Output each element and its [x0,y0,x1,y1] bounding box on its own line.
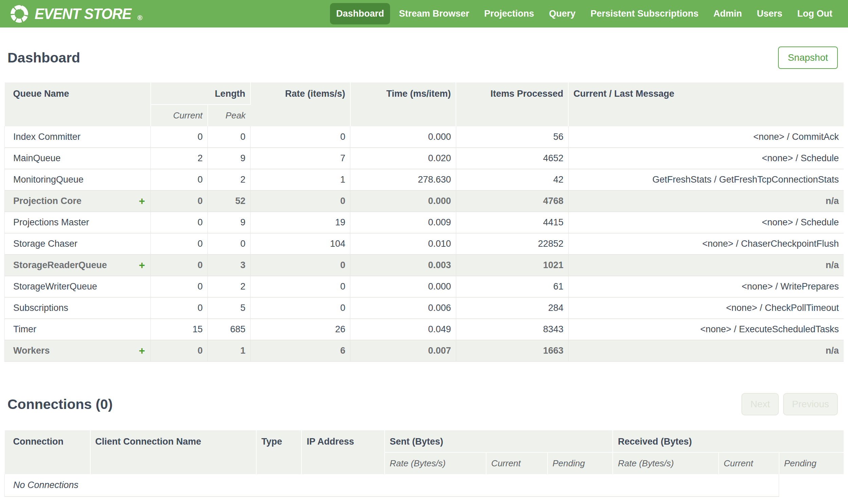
rate-cell: 19 [251,212,350,233]
queue-group-row: Workers+ 0 1 6 0.007 1663 n/a [5,340,844,361]
message-cell: n/a [568,254,844,276]
time-cell: 0.000 [350,191,456,212]
rate-cell: 1 [251,169,350,191]
items-cell: 4768 [456,191,568,212]
col-ip-address: IP Address [302,430,385,474]
items-cell: 1021 [456,254,568,276]
time-cell: 0.000 [350,126,456,148]
queue-row: Timer 15 685 26 0.049 8343 <none> / Exec… [5,319,844,340]
brand[interactable]: EVENT STORE ® [10,2,142,26]
current-cell: 15 [151,319,208,340]
rate-cell: 104 [251,233,350,254]
time-cell: 0.020 [350,148,456,169]
message-cell: n/a [568,340,844,361]
col-sent-bytes: Sent (Bytes) [385,430,613,452]
nav-item-stream-browser[interactable]: Stream Browser [393,3,475,24]
queue-name-cell: Workers+ [5,340,151,361]
queue-name-cell: Storage Chaser [5,233,151,254]
current-cell: 0 [151,212,208,233]
queue-name-cell: StorageReaderQueue+ [5,254,151,276]
current-cell: 0 [151,169,208,191]
col-queue-name: Queue Name [5,83,151,126]
col-sent-current: Current [486,452,547,474]
time-cell: 0.006 [350,297,456,319]
rate-cell: 0 [251,297,350,319]
items-cell: 56 [456,126,568,148]
queue-name-cell: Subscriptions [5,297,151,319]
connections-title: Connections (0) [7,396,113,412]
nav-item-persistent-subscriptions[interactable]: Persistent Subscriptions [584,3,704,24]
page-title: Dashboard [7,50,80,66]
eventstore-logo-icon [10,4,29,24]
message-cell: <none> / CommitAck [568,126,844,148]
rate-cell: 0 [251,126,350,148]
rate-cell: 0 [251,254,350,276]
peak-cell: 5 [208,297,251,319]
rate-cell: 0 [251,276,350,297]
queue-name-cell: StorageWriterQueue [5,276,151,297]
queue-row: StorageWriterQueue 0 2 0 0.000 61 <none>… [5,276,844,297]
current-cell: 0 [151,191,208,212]
col-received-current: Current [719,452,779,474]
col-received-bytes: Received (Bytes) [613,430,844,452]
peak-cell: 2 [208,169,251,191]
queue-name-cell: Projection Core+ [5,191,151,212]
nav-item-admin[interactable]: Admin [707,3,748,24]
time-cell: 0.000 [350,276,456,297]
expand-icon[interactable]: + [139,259,145,271]
nav-item-query[interactable]: Query [543,3,581,24]
nav-item-dashboard[interactable]: Dashboard [330,3,390,24]
queues-table-body: Index Committer 0 0 0 0.000 56 <none> / … [5,126,844,361]
snapshot-button[interactable]: Snapshot [778,47,838,69]
current-cell: 2 [151,148,208,169]
items-cell: 22852 [456,233,568,254]
nav-item-log-out[interactable]: Log Out [791,3,838,24]
current-cell: 0 [151,254,208,276]
expand-icon[interactable]: + [139,345,145,357]
current-cell: 0 [151,297,208,319]
message-cell: <none> / Schedule [568,148,844,169]
queue-name-cell: Timer [5,319,151,340]
pager: Next Previous [741,393,838,415]
time-cell: 0.049 [350,319,456,340]
rate-cell: 7 [251,148,350,169]
message-cell: <none> / CheckPollTimeout [568,297,844,319]
time-cell: 0.009 [350,212,456,233]
current-cell: 0 [151,276,208,297]
nav-item-users[interactable]: Users [751,3,788,24]
queues-table-header: Queue Name Length Rate (items/s) Time (m… [5,83,844,126]
items-cell: 284 [456,297,568,319]
queue-name-cell: Index Committer [5,126,151,148]
queue-row: MainQueue 2 9 7 0.020 4652 <none> / Sche… [5,148,844,169]
queue-name-cell: MainQueue [5,148,151,169]
col-message: Current / Last Message [568,83,844,126]
previous-button[interactable]: Previous [783,393,838,415]
rate-cell: 0 [251,191,350,212]
peak-cell: 9 [208,148,251,169]
time-cell: 0.007 [350,340,456,361]
col-length-current: Current [151,105,208,126]
col-length-peak: Peak [208,105,251,126]
col-sent-rate: Rate (Bytes/s) [385,452,486,474]
peak-cell: 1 [208,340,251,361]
col-received-rate: Rate (Bytes/s) [613,452,718,474]
peak-cell: 0 [208,126,251,148]
items-cell: 4652 [456,148,568,169]
registered-mark: ® [138,14,143,22]
next-button[interactable]: Next [741,393,779,415]
navbar: EVENT STORE ® Dashboard Stream Browser P… [0,0,848,28]
col-received-pending: Pending [779,452,844,474]
col-sent-pending: Pending [547,452,613,474]
rate-cell: 6 [251,340,350,361]
expand-icon[interactable]: + [139,195,145,208]
rate-cell: 26 [251,319,350,340]
queue-row: Index Committer 0 0 0 0.000 56 <none> / … [5,126,844,148]
items-cell: 42 [456,169,568,191]
time-cell: 0.003 [350,254,456,276]
items-cell: 1663 [456,340,568,361]
nav-item-projections[interactable]: Projections [478,3,540,24]
current-cell: 0 [151,340,208,361]
queue-group-row: StorageReaderQueue+ 0 3 0 0.003 1021 n/a [5,254,844,276]
peak-cell: 0 [208,233,251,254]
col-type: Type [256,430,302,474]
